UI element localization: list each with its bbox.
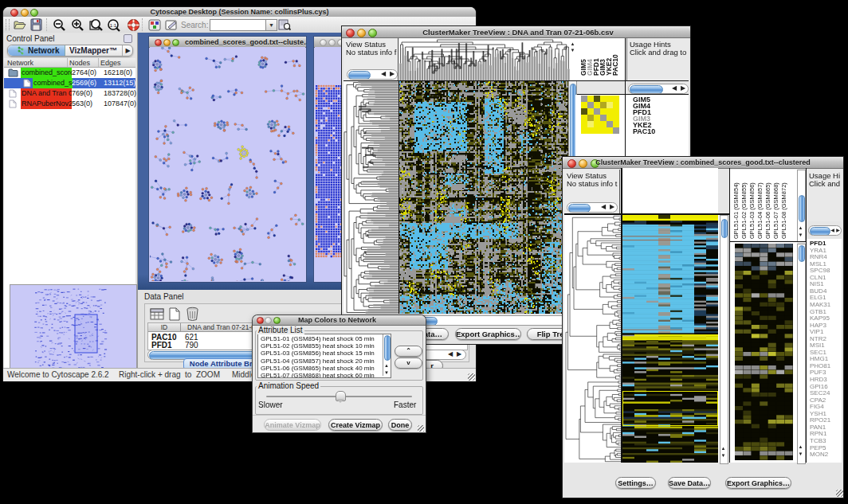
svg-text:1:1: 1:1 [110,23,117,28]
